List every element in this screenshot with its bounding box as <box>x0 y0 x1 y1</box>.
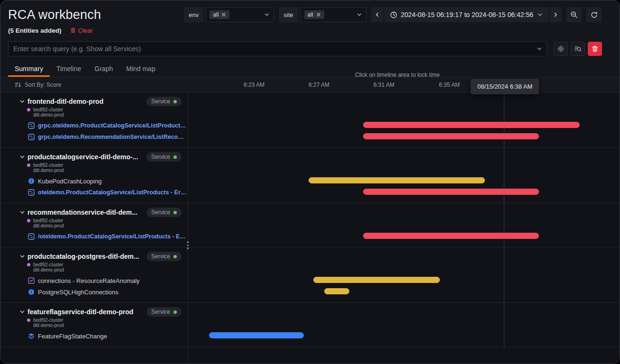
env-filter-select[interactable]: all <box>205 7 274 22</box>
time-range-forward-button[interactable] <box>549 7 562 22</box>
entity-cluster-info: bedf92-clusterditl-demo-prod <box>0 107 188 119</box>
entity-info-panel: featureflagservice-ditl-demo-prodService… <box>0 307 188 342</box>
env-filter-value: all <box>213 11 219 18</box>
cluster-dot <box>27 219 30 222</box>
entity-items: connections - ResourceRateAnomalyPostgre… <box>0 274 188 298</box>
timeline-content: frontend-ditl-demo-prodServicebedf92-clu… <box>0 92 620 364</box>
search-row <box>0 36 620 60</box>
entity-row: featureflagservice-ditl-demo-prodService… <box>0 303 620 347</box>
item-label: FeatureFlagStateChange <box>38 333 107 340</box>
grip-dot <box>187 247 189 249</box>
close-icon[interactable] <box>316 12 321 17</box>
entity-row: recommendationservice-ditl-dem...Service… <box>0 203 620 247</box>
site-filter-select[interactable]: all <box>300 7 366 22</box>
timeline-bar-yellow[interactable] <box>313 277 440 283</box>
chevron-down-icon[interactable] <box>19 209 25 215</box>
entity-cluster-info: bedf92-clusterditl-demo-prod <box>0 163 188 175</box>
entity-header: productcatalog-postgres-ditl-dem...Servi… <box>0 251 188 262</box>
entity-info-panel: productcatalog-postgres-ditl-dem...Servi… <box>0 251 188 298</box>
trace-icon <box>28 134 35 140</box>
entity-timeline[interactable] <box>188 96 620 143</box>
timeline-bar-blue[interactable] <box>209 332 304 338</box>
chevron-down-icon[interactable] <box>537 46 542 52</box>
time-range-back-button[interactable] <box>371 7 383 22</box>
refresh-icon <box>591 11 598 18</box>
info-icon <box>28 178 35 184</box>
grip-dot <box>187 241 189 243</box>
entity-name[interactable]: frontend-ditl-demo-prod <box>27 98 103 105</box>
close-icon[interactable] <box>221 12 226 17</box>
entity-name[interactable]: featureflagservice-ditl-demo-prod <box>27 308 133 316</box>
signal-link[interactable]: /oteldemo.ProductCatalogService/ListProd… <box>0 231 188 242</box>
clock-icon <box>390 11 397 18</box>
tab-graph[interactable]: Graph <box>88 60 119 77</box>
entity-name[interactable]: productcatalog-postgres-ditl-dem... <box>27 253 139 260</box>
entity-type-badge: Service <box>146 152 182 162</box>
chevron-down-icon[interactable] <box>19 99 25 104</box>
entity-timeline[interactable] <box>188 251 620 298</box>
entity-name[interactable]: productcatalogservice-ditl-demo-... <box>27 153 138 161</box>
entity-timeline[interactable] <box>188 307 620 342</box>
timeline-bar-red[interactable] <box>363 122 580 128</box>
entity-cluster-info: bedf92-clusterditl-demo-prod <box>0 262 188 274</box>
entities-added-count: (5 Entities added) <box>8 27 62 34</box>
entity-timeline[interactable] <box>188 207 620 242</box>
tab-timeline[interactable]: Timeline <box>50 60 88 77</box>
advanced-search-button[interactable] <box>571 42 585 56</box>
alert-item[interactable]: FeatureFlagStateChange <box>0 330 188 342</box>
zoom-out-button[interactable] <box>566 7 582 22</box>
env-filter: env all <box>184 7 274 22</box>
panel-resize-handle[interactable] <box>185 239 191 251</box>
time-axis[interactable]: 6:23 AM6:27 AM6:31 AM6:35 AM <box>188 77 620 92</box>
cluster-name: bedf92-cluster <box>33 163 64 168</box>
service-status-dot <box>173 155 177 159</box>
cluster-dot <box>27 108 30 111</box>
signal-link[interactable]: grpc.oteldemo.RecommendationService/List… <box>0 131 188 143</box>
alert-item[interactable]: connections - ResourceRateAnomaly <box>0 275 188 286</box>
timeline-bar-yellow[interactable] <box>324 288 349 294</box>
namespace-name: ditl-demo-prod <box>33 223 64 228</box>
timeline-bar-red[interactable] <box>363 233 539 239</box>
entity-type-badge: Service <box>146 208 182 217</box>
entity-type-label: Service <box>151 98 170 105</box>
sort-by-label: Sort By: Score <box>25 82 61 88</box>
timeline-bar-red[interactable] <box>363 189 539 195</box>
cluster-name: bedf92-cluster <box>33 262 64 267</box>
chevron-left-icon <box>374 12 380 18</box>
time-range-picker[interactable]: 2024-08-15 06:19:17 to 2024-08-15 06:42:… <box>384 7 548 22</box>
entity-name[interactable]: recommendationservice-ditl-dem... <box>27 209 137 216</box>
alert-item[interactable]: PostgreSQLHighConnections <box>0 286 188 298</box>
entity-rows: frontend-ditl-demo-prodServicebedf92-clu… <box>0 92 620 347</box>
axis-tick-label: 6:27 AM <box>309 82 329 88</box>
timeline-header-spacer <box>188 207 620 230</box>
entity-timeline[interactable] <box>188 152 620 198</box>
timeline-bar-red[interactable] <box>363 133 539 139</box>
clear-entities-button[interactable]: Clear <box>70 27 93 34</box>
settings-button[interactable] <box>554 42 568 56</box>
alert-item[interactable]: KubePodCrashLooping <box>0 175 188 187</box>
chevron-down-icon[interactable] <box>19 154 25 160</box>
signal-link[interactable]: oteldemo.ProductCatalogService/ListProdu… <box>0 187 188 198</box>
signal-link[interactable]: grpc.oteldemo.ProductCatalogService/List… <box>0 120 188 131</box>
sort-control[interactable]: Sort By: Score <box>0 77 188 92</box>
chevron-down-icon[interactable] <box>19 309 25 315</box>
item-label: KubePodCrashLooping <box>38 178 101 185</box>
timeline-bar-yellow[interactable] <box>309 177 485 183</box>
chevron-down-icon <box>356 12 362 18</box>
entity-row: frontend-ditl-demo-prodServicebedf92-clu… <box>0 92 620 148</box>
info-icon <box>28 289 35 295</box>
entity-header: productcatalogservice-ditl-demo-...Servi… <box>0 152 188 162</box>
delete-query-button[interactable] <box>588 42 602 56</box>
time-picker-group: 2024-08-15 06:19:17 to 2024-08-15 06:42:… <box>371 7 562 22</box>
cluster-name: bedf92-cluster <box>33 218 64 223</box>
trace-icon <box>28 189 35 196</box>
chevron-down-icon[interactable] <box>19 254 25 259</box>
tab-summary[interactable]: Summary <box>8 60 50 77</box>
entity-type-badge: Service <box>146 307 182 317</box>
entities-subline: (5 Entities added) Clear <box>0 23 620 36</box>
entity-row: productcatalog-postgres-ditl-dem...Servi… <box>0 247 620 303</box>
refresh-button[interactable] <box>586 7 602 22</box>
tab-mind-map[interactable]: Mind map <box>119 60 162 77</box>
search-input[interactable] <box>8 41 547 56</box>
entity-type-badge: Service <box>146 252 182 261</box>
